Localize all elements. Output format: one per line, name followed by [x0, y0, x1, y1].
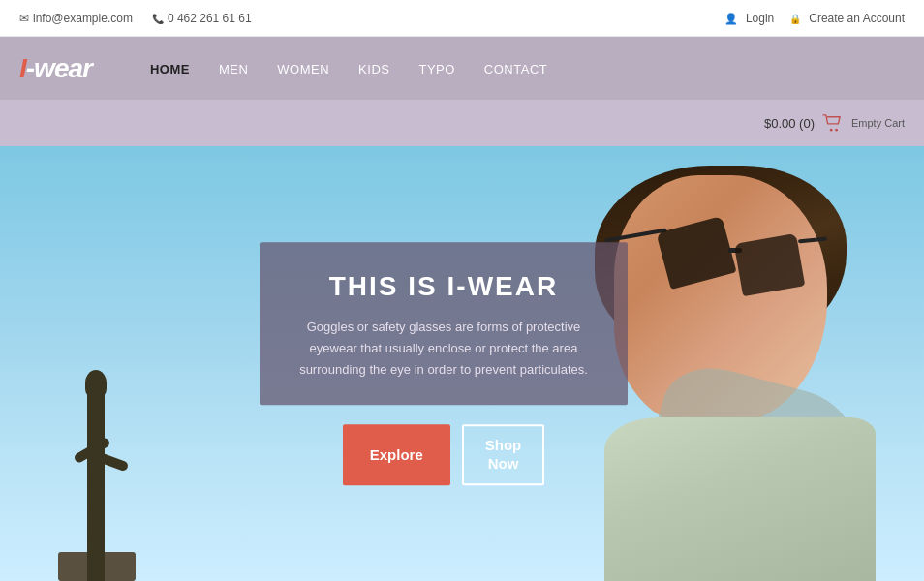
cart-amount: $0.00 (0)	[764, 116, 815, 131]
shop-line1: Shop	[485, 437, 522, 453]
statue-head	[85, 370, 107, 397]
logo: I-wear	[19, 53, 92, 84]
nav-item-women[interactable]: WOMEN	[277, 60, 329, 77]
hero-buttons: Explore Shop Now	[260, 424, 628, 485]
email-info: info@example.com	[19, 12, 133, 25]
glasses-lens-left	[656, 216, 736, 290]
hero-section: THIS IS I-WEAR Goggles or safety glasses…	[0, 146, 924, 581]
nav-item-home[interactable]: HOME	[150, 60, 190, 77]
phone-info: 0 462 261 61 61	[152, 12, 252, 25]
create-account-link[interactable]: Create an Account	[789, 12, 905, 25]
nav-link-home[interactable]: HOME	[150, 62, 190, 76]
top-bar-left: info@example.com 0 462 261 61 61	[19, 12, 252, 25]
logo-wear: -wear	[26, 53, 92, 83]
sunglasses	[604, 224, 798, 311]
hero-overlay-box: THIS IS I-WEAR Goggles or safety glasses…	[260, 242, 628, 405]
logo-i: I	[19, 53, 26, 83]
glasses-lens-right	[734, 233, 806, 296]
nav-item-kids[interactable]: KIDS	[358, 60, 389, 77]
nav-link-women[interactable]: WOMEN	[277, 62, 329, 76]
phone-icon	[152, 12, 168, 25]
envelope-icon	[19, 12, 33, 25]
statue-body	[87, 387, 105, 581]
hero-statue	[58, 271, 213, 581]
cart-status: Empty Cart	[851, 117, 905, 129]
top-bar: info@example.com 0 462 261 61 61 Login C…	[0, 0, 924, 37]
nav-links: HOME MEN WOMEN KIDS TYPO CONTACT	[150, 60, 905, 77]
shop-line2: Now	[488, 456, 519, 473]
cart-bar: $0.00 (0) Empty Cart	[0, 100, 924, 146]
nav-bar: I-wear HOME MEN WOMEN KIDS TYPO CONTACT	[0, 37, 924, 100]
nav-item-typo[interactable]: TYPO	[418, 60, 454, 77]
woman-shirt	[604, 417, 876, 581]
cart-info[interactable]: $0.00 (0) Empty Cart	[764, 114, 905, 132]
svg-point-1	[835, 129, 838, 132]
explore-button[interactable]: Explore	[343, 424, 450, 485]
nav-link-kids[interactable]: KIDS	[358, 62, 389, 76]
shop-now-button[interactable]: Shop Now	[462, 424, 545, 485]
nav-link-contact[interactable]: CONTACT	[484, 62, 547, 76]
login-link[interactable]: Login	[724, 12, 774, 25]
top-bar-right: Login Create an Account	[724, 12, 905, 25]
nav-link-typo[interactable]: TYPO	[418, 62, 454, 76]
lock-icon	[789, 12, 805, 25]
hero-title: THIS IS I-WEAR	[293, 271, 594, 302]
nav-item-contact[interactable]: CONTACT	[484, 60, 547, 77]
hero-content: THIS IS I-WEAR Goggles or safety glasses…	[260, 242, 628, 485]
svg-point-0	[830, 129, 833, 132]
cart-icon	[822, 114, 844, 132]
nav-link-men[interactable]: MEN	[219, 62, 248, 76]
user-icon	[724, 12, 742, 25]
nav-item-men[interactable]: MEN	[219, 60, 248, 77]
hero-description: Goggles or safety glasses are forms of p…	[293, 317, 594, 381]
